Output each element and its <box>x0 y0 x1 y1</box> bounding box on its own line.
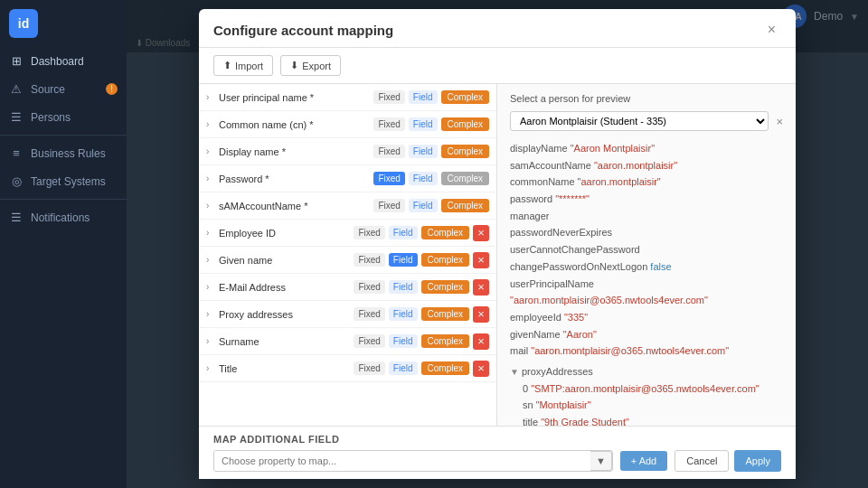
complex-badge[interactable]: Complex <box>421 226 469 239</box>
field-badge: Field <box>389 307 418 321</box>
preview-value: "9th Grade Student" <box>541 417 629 426</box>
preview-row: 0 "SMTP:aaron.montplaisir@o365.nwtools4e… <box>523 380 783 398</box>
preview-value: "aaron.montplaisir@o365.nwtools4ever.com… <box>510 295 708 305</box>
row-chevron[interactable]: › <box>206 363 215 373</box>
notifications-icon: ☰ <box>9 211 24 224</box>
sidebar-item-label: Source <box>31 83 65 96</box>
modal-title: Configure account mapping <box>213 23 393 38</box>
row-chevron[interactable]: › <box>206 255 215 265</box>
row-chevron[interactable]: › <box>206 119 215 129</box>
sidebar-item-label: Persons <box>31 111 71 124</box>
modal-header: Configure account mapping × <box>199 9 796 48</box>
preview-proxy-section: ▼ proxyAddresses 0 "SMTP:aaron.montplais… <box>510 363 783 426</box>
import-button[interactable]: ⬆ Import <box>213 55 273 76</box>
cancel-button[interactable]: Cancel <box>675 450 729 472</box>
target-systems-icon: ◎ <box>9 174 24 188</box>
sidebar-item-target-systems[interactable]: ◎ Target Systems <box>0 167 127 195</box>
table-row: › Display name * Fixed Field Complex <box>199 138 496 165</box>
complex-badge[interactable]: Complex <box>441 172 489 185</box>
field-name: Employee ID <box>219 228 350 239</box>
apply-button[interactable]: Apply <box>734 450 781 472</box>
sidebar-item-source[interactable]: ⚠ Source ! <box>0 75 127 103</box>
property-select-arrow[interactable]: ▼ <box>590 451 612 471</box>
delete-row-button[interactable]: × <box>473 361 489 377</box>
preview-row: title "9th Grade Student" <box>523 414 783 426</box>
row-chevron[interactable]: › <box>206 201 215 211</box>
sidebar-item-persons[interactable]: ☰ Persons <box>0 103 127 131</box>
fixed-badge: Fixed <box>373 145 404 158</box>
row-chevron[interactable]: › <box>206 92 215 102</box>
preview-row: mail "aaron.montplaisir@o365.nwtools4eve… <box>510 343 783 360</box>
import-icon: ⬆ <box>223 60 231 71</box>
modal-toolbar: ⬆ Import ⬇ Export <box>199 48 796 84</box>
field-badge: Field <box>389 226 418 239</box>
table-row: › Title Fixed Field Complex × <box>199 355 496 382</box>
complex-badge[interactable]: Complex <box>421 334 469 348</box>
preview-row: changePasswordOnNextLogon false <box>510 258 783 276</box>
complex-badge[interactable]: Complex <box>441 90 489 104</box>
field-badge: Field <box>409 172 438 185</box>
row-chevron[interactable]: › <box>206 336 215 346</box>
delete-row-button[interactable]: × <box>473 333 489 350</box>
export-button[interactable]: ⬇ Export <box>280 55 341 76</box>
field-name: User principal name * <box>219 92 370 103</box>
property-select-wrapper: ▼ <box>213 450 613 472</box>
modal-overlay: Configure account mapping × ⬆ Import ⬇ E… <box>127 0 868 488</box>
row-chevron[interactable]: › <box>206 146 215 156</box>
fixed-badge: Fixed <box>373 90 404 104</box>
row-chevron[interactable]: › <box>206 174 215 183</box>
complex-badge[interactable]: Complex <box>421 253 469 267</box>
fixed-badge: Fixed <box>354 226 384 239</box>
fixed-badge: Fixed <box>354 280 384 294</box>
table-row: › Surname Fixed Field Complex × <box>199 328 496 355</box>
complex-badge[interactable]: Complex <box>421 361 469 375</box>
preview-clear-button[interactable]: × <box>776 115 783 128</box>
fixed-badge: Fixed <box>373 172 404 185</box>
preview-value: "*******" <box>555 193 590 204</box>
complex-badge[interactable]: Complex <box>421 280 469 294</box>
preview-row: userPrincipalName "aaron.montplaisir@o36… <box>510 276 783 309</box>
fixed-badge: Fixed <box>354 253 384 267</box>
modal-body: › User principal name * Fixed Field Comp… <box>199 84 796 426</box>
table-row: › Given name Fixed Field Complex × <box>199 247 496 274</box>
complex-badge[interactable]: Complex <box>441 117 489 131</box>
complex-badge[interactable]: Complex <box>441 145 489 158</box>
field-name: Proxy addresses <box>219 309 350 320</box>
sidebar-item-notifications[interactable]: ☰ Notifications <box>0 203 127 231</box>
table-row: › Common name (cn) * Fixed Field Complex <box>199 111 496 138</box>
business-rules-icon: ≡ <box>9 146 24 160</box>
preview-row: givenName "Aaron" <box>510 326 783 343</box>
property-select-input[interactable] <box>214 451 590 471</box>
sidebar-item-business-rules[interactable]: ≡ Business Rules <box>0 139 127 167</box>
configure-mapping-modal: Configure account mapping × ⬆ Import ⬇ E… <box>199 9 796 479</box>
preview-row: displayName "Aaron Montplaisir" <box>510 140 783 157</box>
row-chevron[interactable]: › <box>206 282 215 292</box>
row-chevron[interactable]: › <box>206 309 215 319</box>
field-name: sAMAccountName * <box>219 201 370 211</box>
export-icon: ⬇ <box>290 60 298 71</box>
field-badge: Field <box>389 334 418 348</box>
delete-row-button[interactable]: × <box>473 252 489 268</box>
add-field-button[interactable]: + Add <box>620 451 667 471</box>
delete-row-button[interactable]: × <box>473 306 489 323</box>
table-row: › Employee ID Fixed Field Complex × <box>199 220 496 247</box>
delete-row-button[interactable]: × <box>473 279 489 296</box>
preview-value: "Montplaisir" <box>536 399 591 410</box>
sidebar-item-dashboard[interactable]: ⊞ Dashboard <box>0 47 127 75</box>
mapping-panel: › User principal name * Fixed Field Comp… <box>199 84 497 426</box>
delete-row-button[interactable]: × <box>473 225 489 241</box>
field-name: Common name (cn) * <box>219 119 370 130</box>
complex-badge[interactable]: Complex <box>441 199 489 212</box>
preview-person-select[interactable]: Aaron Montplaisir (Student - 335) <box>510 111 769 131</box>
modal-close-button[interactable]: × <box>762 20 781 40</box>
row-chevron[interactable]: › <box>206 228 215 238</box>
preview-row: manager <box>510 208 783 225</box>
proxy-expand[interactable]: ▼ <box>510 367 519 377</box>
preview-row: samAccountName "aaron.montplaisir" <box>510 157 783 174</box>
sidebar-item-label: Dashboard <box>31 55 84 68</box>
fixed-badge: Fixed <box>354 334 384 348</box>
field-badge: Field <box>409 199 438 212</box>
complex-badge[interactable]: Complex <box>421 307 469 321</box>
add-field-label: MAP ADDITIONAL FIELD <box>213 434 781 445</box>
field-badge: Field <box>409 145 438 158</box>
